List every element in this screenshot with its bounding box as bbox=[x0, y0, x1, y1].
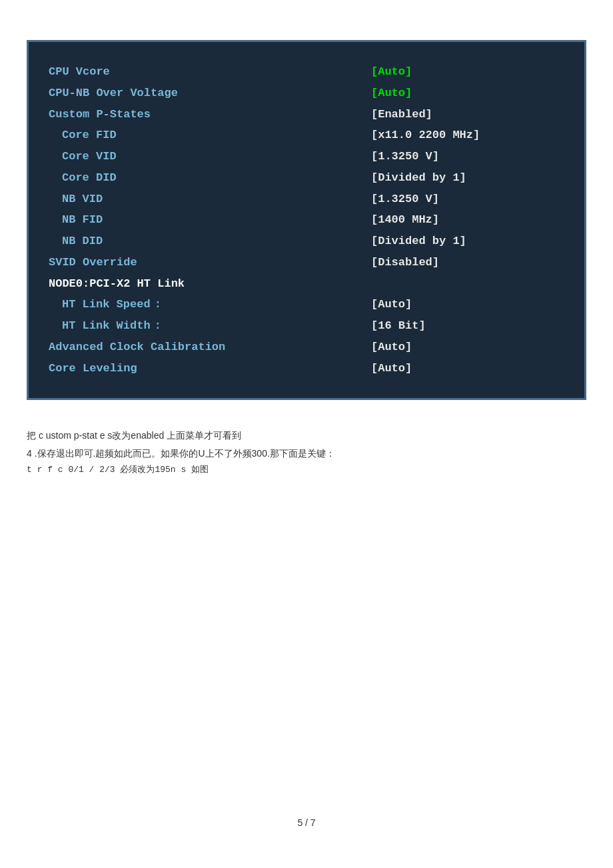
bios-value-svid: [Disabled] bbox=[371, 253, 439, 273]
bios-value-row-12: [16 Bit] bbox=[371, 316, 564, 336]
bios-row-ht-speed: HT Link Speed : bbox=[49, 295, 364, 315]
bios-label-acc: Advanced Clock Calibration bbox=[49, 337, 225, 357]
bios-row-core-did: Core DID bbox=[49, 168, 364, 188]
bios-label-core-did: Core DID bbox=[49, 168, 117, 188]
page-number: 5 / 7 bbox=[297, 817, 315, 828]
bios-screen: CPU Vcore CPU-NB Over Voltage Custom P-S… bbox=[27, 40, 586, 400]
bios-value-cpunb: [Auto] bbox=[371, 83, 412, 103]
bios-value-row-0: [Auto] bbox=[371, 62, 564, 82]
bios-row-core-vid: Core VID bbox=[49, 147, 364, 167]
bios-value-row-5: [Divided by 1] bbox=[371, 168, 564, 188]
bios-values-column: [Auto] [Auto] [Enabled] [x11.0 2200 MHz]… bbox=[364, 62, 564, 378]
bios-row-svid: SVID Override bbox=[49, 253, 364, 273]
bios-value-ht-width: [16 Bit] bbox=[371, 316, 426, 336]
bios-value-row-1: [Auto] bbox=[371, 83, 564, 103]
bios-value-row-2: [Enabled] bbox=[371, 105, 564, 125]
bios-value-core-leveling: [Auto] bbox=[371, 359, 412, 379]
below-line-3: t r f c 0/1 / 2/3 必须改为195n s 如图 bbox=[27, 462, 586, 479]
bios-label-node0: NODE0:PCI-X2 HT Link bbox=[49, 274, 185, 294]
bios-value-row-6: [1.3250 V] bbox=[371, 189, 564, 209]
bios-label-svid: SVID Override bbox=[49, 253, 137, 273]
bios-value-ht-speed: [Auto] bbox=[371, 295, 412, 315]
bios-colon-ht-width: : bbox=[151, 316, 161, 336]
bios-label-ht-width: HT Link Width bbox=[49, 316, 151, 336]
bios-value-row-7: [1400 MHz] bbox=[371, 210, 564, 230]
bios-label-core-fid: Core FID bbox=[49, 125, 117, 145]
bios-value-row-4: [1.3250 V] bbox=[371, 147, 564, 167]
bios-row-node0: NODE0:PCI-X2 HT Link bbox=[49, 274, 364, 294]
bios-value-nb-did: [Divided by 1] bbox=[371, 231, 466, 251]
bios-value-row-10 bbox=[371, 274, 564, 294]
bios-value-acc: [Auto] bbox=[371, 337, 412, 357]
bios-value-cpu-vcore: [Auto] bbox=[371, 62, 412, 82]
bios-row-custom-pstates: Custom P-States bbox=[49, 105, 364, 125]
bios-value-core-fid: [x11.0 2200 MHz] bbox=[371, 125, 480, 145]
bios-label-cpu-vcore: CPU Vcore bbox=[49, 62, 110, 82]
below-line-2: 4 .保存退出即可.超频如此而已。如果你的U上不了外频300.那下面是关键： bbox=[27, 445, 586, 463]
bios-row-nb-vid: NB VID bbox=[49, 189, 364, 209]
bios-row-cpunb: CPU-NB Over Voltage bbox=[49, 83, 364, 103]
bios-label-nb-did: NB DID bbox=[49, 231, 103, 251]
bios-label-ht-speed: HT Link Speed bbox=[49, 295, 151, 315]
bios-label-core-vid: Core VID bbox=[49, 147, 117, 167]
bios-row-nb-did: NB DID bbox=[49, 231, 364, 251]
bios-value-row-3: [x11.0 2200 MHz] bbox=[371, 125, 564, 145]
bios-label-core-leveling: Core Leveling bbox=[49, 359, 137, 379]
bios-value-custom-pstates: [Enabled] bbox=[371, 105, 432, 125]
bios-value-core-did: [Divided by 1] bbox=[371, 168, 466, 188]
bios-value-row-8: [Divided by 1] bbox=[371, 231, 564, 251]
bios-value-row-11: [Auto] bbox=[371, 295, 564, 315]
below-line-1: 把 c ustom p-stat e s改为enabled 上面菜单才可看到 bbox=[27, 427, 586, 445]
bios-row-nb-fid: NB FID bbox=[49, 210, 364, 230]
bios-value-nb-fid: [1400 MHz] bbox=[371, 210, 439, 230]
bios-row-core-fid: Core FID bbox=[49, 125, 364, 145]
bios-label-nb-vid: NB VID bbox=[49, 189, 103, 209]
bios-row-cpu-vcore: CPU Vcore bbox=[49, 62, 364, 82]
bios-label-custom-pstates: Custom P-States bbox=[49, 105, 151, 125]
bios-value-core-vid: [1.3250 V] bbox=[371, 147, 439, 167]
bios-row-core-leveling: Core Leveling bbox=[49, 359, 364, 379]
bios-value-row-9: [Disabled] bbox=[371, 253, 564, 273]
below-text-block: 把 c ustom p-stat e s改为enabled 上面菜单才可看到 4… bbox=[27, 427, 586, 479]
bios-value-row-14: [Auto] bbox=[371, 359, 564, 379]
bios-value-row-13: [Auto] bbox=[371, 337, 564, 357]
bios-label-cpunb: CPU-NB Over Voltage bbox=[49, 83, 178, 103]
bios-value-nb-vid: [1.3250 V] bbox=[371, 189, 439, 209]
bios-row-acc: Advanced Clock Calibration bbox=[49, 337, 364, 357]
bios-colon-ht-speed: : bbox=[151, 295, 161, 315]
bios-labels-column: CPU Vcore CPU-NB Over Voltage Custom P-S… bbox=[49, 62, 364, 378]
bios-label-nb-fid: NB FID bbox=[49, 210, 103, 230]
bios-row-ht-width: HT Link Width : bbox=[49, 316, 364, 336]
